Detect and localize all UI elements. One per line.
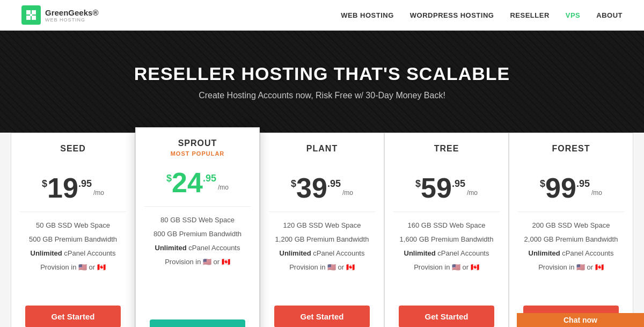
logo-sub: WEB HOSTING [45, 17, 98, 23]
plan-tree-price: $ 59 .95 /mo [415, 174, 478, 202]
plan-tree: TREE $ 59 .95 /mo 160 GB SSD Web Space 1… [384, 133, 509, 327]
svg-rect-4 [30, 14, 32, 16]
plan-plant: PLANT $ 39 .95 /mo 120 GB SSD Web Space … [260, 133, 384, 327]
plan-forest-amount: 99 [545, 174, 576, 202]
plan-seed-cents: .95 [78, 178, 92, 190]
logo-text: GreenGeeks® WEB HOSTING [45, 8, 98, 23]
plan-sprout-name: SPROUT [178, 139, 217, 148]
plan-sprout-popular: MOST POPULAR [171, 150, 225, 157]
nav-wordpress-hosting[interactable]: WORDPRESS HOSTING [410, 11, 494, 19]
logo-icon [21, 5, 41, 25]
plan-plant-features: 120 GB SSD Web Space 1,200 GB Premium Ba… [275, 219, 369, 297]
logo[interactable]: GreenGeeks® WEB HOSTING [21, 5, 98, 25]
plan-forest-name: FOREST [552, 144, 590, 154]
plan-forest-features: 200 GB SSD Web Space 2,000 GB Premium Ba… [524, 219, 618, 297]
svg-rect-2 [26, 16, 31, 20]
hero-section: RESELLER HOSTING THAT'S SCALABLE Create … [0, 31, 644, 133]
plan-sprout-mo: /mo [218, 184, 229, 191]
plan-seed: SEED $ 19 .95 /mo 50 GB SSD Web Space 50… [11, 133, 135, 327]
hero-title: RESELLER HOSTING THAT'S SCALABLE [134, 63, 510, 84]
plan-forest-popular [570, 156, 572, 162]
plan-sprout-dollar: $ [166, 173, 172, 184]
plan-sprout-cents: .95 [203, 173, 216, 184]
nav-about[interactable]: ABOUT [596, 11, 623, 19]
plan-plant-name: PLANT [306, 144, 338, 154]
plan-tree-cta[interactable]: Get Started [399, 306, 494, 327]
plan-tree-cents: .95 [452, 178, 465, 190]
plan-sprout-features: 80 GB SSD Web Space 800 GB Premium Bandw… [153, 213, 241, 311]
plan-plant-cents: .95 [327, 178, 341, 190]
plan-forest: FOREST $ 99 .95 /mo 200 GB SSD Web Space… [509, 133, 633, 327]
plan-tree-amount: 59 [421, 174, 452, 202]
plan-seed-features: 50 GB SSD Web Space 500 GB Premium Bandw… [29, 219, 117, 297]
plan-tree-features: 160 GB SSD Web Space 1,600 GB Premium Ba… [400, 219, 494, 297]
plan-sprout-cta[interactable]: Get Started [150, 319, 245, 327]
plan-seed-popular [72, 156, 74, 162]
main-nav: WEB HOSTING WORDPRESS HOSTING RESELLER V… [341, 11, 623, 19]
plan-seed-amount: 19 [47, 174, 78, 202]
plan-seed-dollar: $ [42, 178, 47, 190]
svg-rect-0 [26, 10, 31, 14]
plan-forest-cents: .95 [576, 178, 590, 190]
plan-forest-dollar: $ [540, 178, 545, 190]
nav-vps[interactable]: VPS [566, 11, 581, 19]
plan-sprout-price: $ 24 .95 /mo [166, 169, 229, 197]
plan-seed-price: $ 19 .95 /mo [42, 174, 104, 202]
plan-tree-mo: /mo [467, 189, 478, 197]
plan-plant-amount: 39 [296, 174, 327, 202]
plan-plant-mo: /mo [342, 189, 353, 197]
chat-label: Chat now [564, 316, 597, 324]
plan-plant-popular [321, 156, 323, 162]
plan-forest-price: $ 99 .95 /mo [540, 174, 602, 202]
chat-widget[interactable]: Chat now [517, 313, 644, 327]
hero-subtitle: Create Hosting Accounts now, Risk Free w… [199, 91, 445, 100]
logo-brand: GreenGeeks® [45, 8, 98, 17]
site-header: GreenGeeks® WEB HOSTING WEB HOSTING WORD… [0, 0, 644, 31]
plan-plant-cta[interactable]: Get Started [274, 306, 370, 327]
plan-seed-mo: /mo [93, 189, 104, 197]
plan-plant-dollar: $ [291, 178, 296, 190]
plan-seed-name: SEED [60, 144, 86, 154]
plan-tree-name: TREE [434, 144, 459, 154]
plan-sprout: SPROUT MOST POPULAR $ 24 .95 /mo 80 GB S… [135, 127, 260, 327]
plan-tree-popular [445, 156, 448, 162]
svg-rect-3 [32, 16, 36, 20]
svg-rect-1 [32, 10, 36, 14]
plan-plant-price: $ 39 .95 /mo [291, 174, 353, 202]
pricing-section: SEED $ 19 .95 /mo 50 GB SSD Web Space 50… [0, 133, 644, 327]
plan-tree-dollar: $ [415, 178, 421, 190]
plan-sprout-amount: 24 [172, 169, 203, 197]
nav-web-hosting[interactable]: WEB HOSTING [341, 11, 394, 19]
nav-reseller[interactable]: RESELLER [510, 11, 549, 19]
plan-forest-mo: /mo [591, 189, 602, 197]
plan-seed-cta[interactable]: Get Started [25, 306, 121, 327]
